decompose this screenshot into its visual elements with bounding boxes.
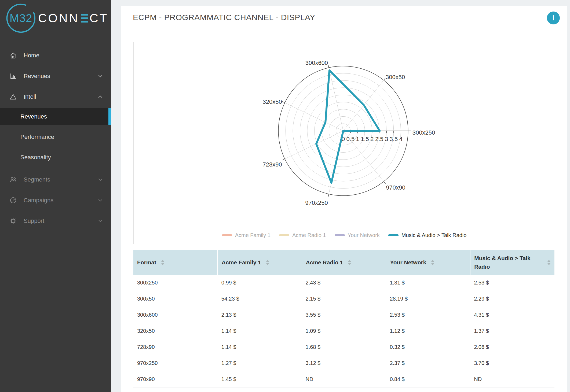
radar-axis-labels: 300x250300x50300x600320x50728x90970x2509… — [262, 60, 435, 206]
cell-value: 2.29 $ — [470, 291, 554, 307]
cell-value: 1.14 $ — [218, 323, 302, 339]
table-row: 320x50 1.14 $ 1.09 $ 1.12 $ 1.37 $ — [133, 323, 554, 339]
svg-text:2: 2 — [370, 136, 374, 142]
chevron-up-icon — [98, 95, 103, 99]
radar-chart: 00.511.522.533.54300x250300x50300x600320… — [134, 42, 554, 243]
column-header-music-audio-talk-radio[interactable]: Music & Audio > Talk Radio — [470, 250, 554, 275]
table-row: 300x250 0.99 $ 2.43 $ 1.31 $ 2.53 $ — [133, 275, 554, 291]
sidebar-submenu-intell: Revenues Performance Seasonality — [0, 108, 111, 166]
people-icon — [9, 176, 17, 184]
sidebar-item-intell-seasonality[interactable]: Seasonality — [0, 149, 111, 166]
sidebar-item-support[interactable]: Support — [0, 210, 111, 231]
cell-value: ND — [470, 371, 554, 387]
cell-format: 970x250 — [133, 355, 218, 371]
sort-icon[interactable] — [348, 260, 351, 265]
main-area: ECPM - PROGRAMMATIC CHANNEL - DISPLAY i … — [111, 0, 570, 392]
svg-text:300x50: 300x50 — [386, 74, 405, 80]
cell-value: 0.32 $ — [386, 339, 470, 355]
sidebar-subitem-label: Performance — [20, 134, 54, 140]
ecpm-table: Format Acme Family 1 Acme Radio 1 Your N… — [133, 250, 554, 387]
cell-format: 970x90 — [133, 371, 218, 387]
table-row: 300x600 2.13 $ 3.55 $ 2.53 $ 4.31 $ — [133, 307, 554, 323]
cell-value: 0.99 $ — [218, 275, 302, 291]
column-header-acme-radio-1[interactable]: Acme Radio 1 — [302, 250, 386, 275]
svg-text:1: 1 — [356, 136, 359, 142]
svg-text:300x250: 300x250 — [412, 129, 435, 136]
gear-icon — [9, 217, 17, 225]
cell-value: 2.13 $ — [218, 307, 302, 323]
radar-series-music-audio-talk-radio — [316, 70, 380, 183]
legend-item-acme-family-1[interactable]: Acme Family 1 — [222, 232, 271, 238]
radar-chart-panel: 00.511.522.533.54300x250300x50300x600320… — [133, 42, 555, 244]
column-header-format[interactable]: Format — [133, 250, 218, 275]
svg-text:2.5: 2.5 — [375, 136, 383, 142]
logo-name: CONNCT — [38, 11, 108, 25]
sidebar-item-home[interactable]: Home — [0, 45, 111, 66]
cell-value: 0.84 $ — [386, 371, 470, 387]
cell-value: 2.43 $ — [302, 275, 386, 291]
legend-item-your-network[interactable]: Your Network — [335, 232, 380, 238]
cell-value: 3.55 $ — [302, 307, 386, 323]
chart-legend: Acme Family 1 Acme Radio 1 Your Network … — [134, 232, 555, 238]
cell-value: 2.53 $ — [470, 275, 554, 291]
cell-value: 1.09 $ — [302, 323, 386, 339]
svg-text:970x90: 970x90 — [386, 184, 405, 191]
column-header-your-network[interactable]: Your Network — [386, 250, 470, 275]
sidebar-nav: Home Revenues Intel — [0, 45, 111, 231]
sidebar-item-segments[interactable]: Segments — [0, 169, 111, 190]
cell-value: 4.31 $ — [470, 307, 554, 323]
cell-format: 300x600 — [133, 307, 218, 323]
cell-value: 3.70 $ — [470, 355, 554, 371]
sidebar-item-campaigns[interactable]: Campaigns — [0, 190, 111, 210]
svg-text:1.5: 1.5 — [361, 136, 369, 142]
table-row: 300x50 54.23 $ 2.15 $ 28.19 $ 2.29 $ — [133, 291, 554, 307]
sidebar-item-intell-performance[interactable]: Performance — [0, 128, 111, 146]
legend-swatch-icon — [388, 234, 399, 236]
svg-text:4: 4 — [399, 136, 403, 142]
sort-icon[interactable] — [431, 260, 434, 265]
home-icon — [9, 51, 17, 60]
sidebar-item-intell-revenues[interactable]: Revenues — [0, 108, 111, 125]
cell-format: 320x50 — [133, 323, 218, 339]
sidebar-subitem-label: Revenues — [20, 113, 47, 120]
cell-value: 1.27 $ — [218, 355, 302, 371]
cell-value: 1.12 $ — [386, 323, 470, 339]
bar-chart-icon — [9, 72, 17, 80]
svg-text:320x50: 320x50 — [262, 98, 282, 105]
logo-e-icon — [81, 14, 88, 23]
cell-value: 1.68 $ — [302, 339, 386, 355]
triangle-icon — [9, 93, 17, 101]
sidebar-subitem-label: Seasonality — [20, 154, 51, 161]
svg-text:970x250: 970x250 — [305, 199, 328, 206]
info-button[interactable]: i — [547, 12, 560, 24]
sort-icon[interactable] — [266, 260, 269, 265]
legend-item-acme-radio-1[interactable]: Acme Radio 1 — [279, 232, 326, 238]
cell-value: 28.19 $ — [386, 291, 470, 307]
legend-label: Acme Radio 1 — [292, 232, 326, 238]
column-header-acme-family-1[interactable]: Acme Family 1 — [218, 250, 302, 275]
sidebar-item-revenues[interactable]: Revenues — [0, 66, 111, 86]
sidebar-item-label: Revenues — [24, 73, 50, 80]
legend-label: Your Network — [348, 232, 380, 238]
legend-label: Music & Audio > Talk Radio — [401, 232, 467, 238]
sidebar-item-intell[interactable]: Intell — [0, 86, 111, 107]
svg-text:3.5: 3.5 — [390, 136, 398, 142]
sidebar-item-label: Campaigns — [24, 197, 53, 204]
svg-text:0.5: 0.5 — [346, 136, 355, 142]
cell-value: 2.15 $ — [302, 291, 386, 307]
legend-swatch-icon — [279, 234, 289, 236]
cell-value: 1.37 $ — [470, 323, 554, 339]
chevron-down-icon — [98, 74, 103, 78]
chevron-down-icon — [98, 198, 103, 202]
sidebar-item-label: Support — [24, 217, 44, 224]
legend-item-music-audio-talk-radio[interactable]: Music & Audio > Talk Radio — [388, 232, 467, 238]
cell-value: 1.45 $ — [218, 371, 302, 387]
sort-icon[interactable] — [161, 260, 165, 265]
sort-icon[interactable] — [547, 260, 551, 265]
app-root: M32 CONNCT Home — [0, 0, 570, 392]
legend-label: Acme Family 1 — [235, 232, 271, 238]
table-row: 970x90 1.45 $ ND 0.84 $ ND — [133, 371, 554, 387]
radar-scale: 00.511.522.533.54 — [342, 131, 403, 142]
gauge-icon — [9, 196, 17, 204]
cell-value: 3.12 $ — [302, 355, 386, 371]
